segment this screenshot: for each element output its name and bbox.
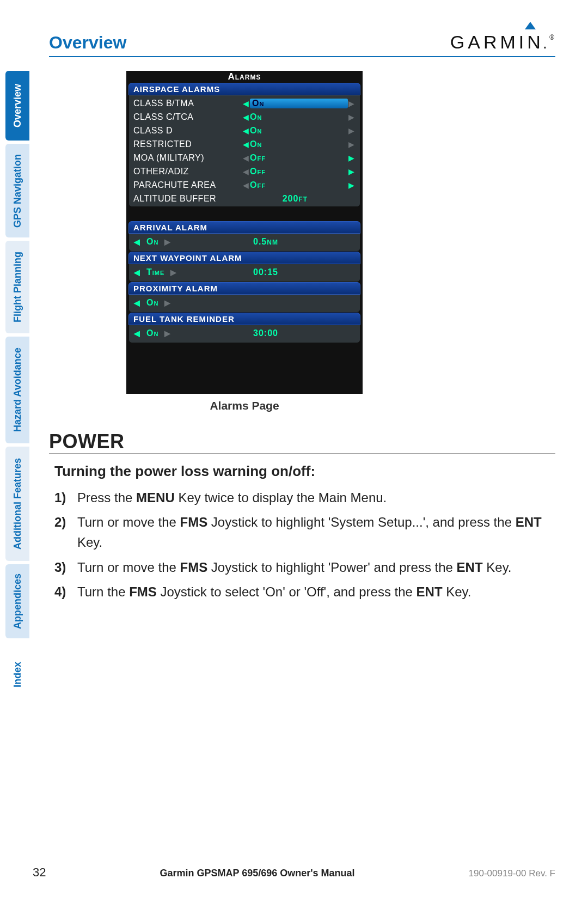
alarm-label: CLASS B/TMA bbox=[133, 99, 242, 108]
alarm-value: On bbox=[250, 99, 348, 108]
arrow-left-icon: ◀ bbox=[242, 99, 250, 108]
step: 2)Turn or move the FMS Joystick to highl… bbox=[54, 512, 555, 552]
step-number: 2) bbox=[54, 512, 77, 552]
step: 4)Turn the FMS Joystick to select 'On' o… bbox=[54, 582, 555, 602]
page-header: Overview GARMIN.® bbox=[49, 32, 555, 57]
alarm-label: PARACHUTE AREA bbox=[133, 180, 242, 190]
tab-overview[interactable]: Overview bbox=[5, 71, 29, 141]
arrow-right-icon: ▶ bbox=[348, 167, 356, 176]
alarm-value: Off bbox=[250, 167, 348, 176]
alarm-value: Off bbox=[250, 180, 348, 190]
tab-flight-planning[interactable]: Flight Planning bbox=[5, 241, 29, 333]
alarm-row: CLASS D◀On▶ bbox=[129, 124, 360, 137]
side-tabs: OverviewGPS NavigationFlight PlanningHaz… bbox=[5, 71, 29, 710]
brand-logo: GARMIN.® bbox=[450, 32, 555, 53]
tab-gps-navigation[interactable]: GPS Navigation bbox=[5, 144, 29, 237]
alarm-label: RESTRICTED bbox=[133, 139, 242, 149]
airspace-header: AIRSPACE ALARMS bbox=[128, 83, 360, 95]
arrow-left-icon: ◀ bbox=[242, 167, 250, 176]
nextwp-state: Time bbox=[146, 267, 164, 277]
step-number: 3) bbox=[54, 557, 77, 577]
device-title: Alarms bbox=[126, 71, 363, 83]
nextwp-value: 00:15 bbox=[220, 267, 356, 277]
subheading: Turning the power loss warning on/off: bbox=[54, 463, 315, 480]
step: 3)Turn or move the FMS Joystick to highl… bbox=[54, 557, 555, 577]
heading-power: POWER bbox=[49, 430, 555, 454]
fuel-value: 30:00 bbox=[220, 328, 356, 338]
step-text: Turn the FMS Joystick to select 'On' or … bbox=[77, 582, 555, 602]
tab-additional-features[interactable]: Additional Features bbox=[5, 447, 29, 561]
altitude-buffer-row: ALTITUDE BUFFER200FT bbox=[129, 192, 360, 205]
alarm-label: OTHER/ADIZ bbox=[133, 167, 242, 176]
device-screenshot: Alarms AIRSPACE ALARMS CLASS B/TMA◀On▶CL… bbox=[126, 71, 363, 394]
arrow-left-icon: ◀ bbox=[242, 126, 250, 135]
steps-list: 1)Press the MENU Key twice to display th… bbox=[54, 487, 555, 606]
step: 1)Press the MENU Key twice to display th… bbox=[54, 487, 555, 508]
alarm-value: On bbox=[250, 126, 348, 136]
alarm-row: MOA (MILITARY)◀Off▶ bbox=[129, 151, 360, 164]
fuel-body: ◀On▶ 30:00 bbox=[128, 325, 360, 343]
altitude-value: 200FT bbox=[242, 194, 313, 204]
arrow-right-icon: ▶ bbox=[348, 126, 356, 135]
arrival-body: ◀On▶ 0.5NM bbox=[128, 234, 360, 252]
footer-title: Garmin GPSMAP 695/696 Owner's Manual bbox=[160, 868, 354, 879]
section-title: Overview bbox=[49, 33, 126, 53]
alarm-row: PARACHUTE AREA◀Off▶ bbox=[129, 178, 360, 192]
prox-header: PROXIMITY ALARM bbox=[128, 282, 360, 295]
arrow-left-icon: ◀ bbox=[242, 140, 250, 149]
alarm-value: On bbox=[250, 112, 348, 122]
alarm-value: On bbox=[250, 139, 348, 149]
tab-index[interactable]: Index bbox=[5, 642, 29, 707]
alarm-value: Off bbox=[250, 153, 348, 163]
alarm-label: MOA (MILITARY) bbox=[133, 153, 242, 163]
figure-caption: Alarms Page bbox=[126, 399, 363, 412]
arrow-right-icon: ▶ bbox=[348, 99, 356, 108]
arrow-left-icon: ◀ bbox=[242, 181, 250, 190]
alarm-label: CLASS C/TCA bbox=[133, 112, 242, 122]
alarm-label: ALTITUDE BUFFER bbox=[133, 194, 242, 204]
tab-appendices[interactable]: Appendices bbox=[5, 564, 29, 638]
step-text: Turn or move the FMS Joystick to highlig… bbox=[77, 557, 555, 577]
arrow-left-icon: ◀ bbox=[242, 154, 250, 162]
prox-state: On bbox=[146, 298, 158, 308]
arrival-value: 0.5 bbox=[253, 237, 267, 246]
alarm-row: RESTRICTED◀On▶ bbox=[129, 137, 360, 151]
footer-rev: 190-00919-00 Rev. F bbox=[469, 868, 555, 879]
fuel-header: FUEL TANK REMINDER bbox=[128, 313, 360, 325]
alarm-row: CLASS B/TMA◀On▶ bbox=[129, 96, 360, 110]
nextwp-body: ◀Time▶ 00:15 bbox=[128, 264, 360, 282]
arrow-left-icon: ◀ bbox=[242, 113, 250, 121]
alarm-row: CLASS C/TCA◀On▶ bbox=[129, 110, 360, 124]
step-number: 4) bbox=[54, 582, 77, 602]
logo-delta-icon bbox=[525, 22, 536, 29]
alarm-row: OTHER/ADIZ◀Off▶ bbox=[129, 164, 360, 178]
arrival-header: ARRIVAL ALARM bbox=[128, 221, 360, 234]
page-number: 32 bbox=[33, 865, 46, 880]
step-number: 1) bbox=[54, 487, 77, 508]
arrow-right-icon: ▶ bbox=[348, 140, 356, 149]
arrival-state: On bbox=[146, 237, 158, 247]
tab-hazard-avoidance[interactable]: Hazard Avoidance bbox=[5, 337, 29, 443]
brand-text: GARMIN bbox=[450, 32, 544, 53]
step-text: Press the MENU Key twice to display the … bbox=[77, 487, 555, 508]
page-footer: 32 Garmin GPSMAP 695/696 Owner's Manual … bbox=[33, 865, 555, 880]
nextwp-header: NEXT WAYPOINT ALARM bbox=[128, 252, 360, 264]
prox-body: ◀On▶ bbox=[128, 295, 360, 313]
arrow-right-icon: ▶ bbox=[348, 113, 356, 121]
airspace-body: CLASS B/TMA◀On▶CLASS C/TCA◀On▶CLASS D◀On… bbox=[128, 95, 360, 207]
arrow-right-icon: ▶ bbox=[348, 154, 356, 162]
alarm-label: CLASS D bbox=[133, 126, 242, 136]
arrival-unit: NM bbox=[267, 239, 278, 246]
arrow-right-icon: ▶ bbox=[348, 181, 356, 190]
fuel-state: On bbox=[146, 328, 158, 338]
step-text: Turn or move the FMS Joystick to highlig… bbox=[77, 512, 555, 552]
